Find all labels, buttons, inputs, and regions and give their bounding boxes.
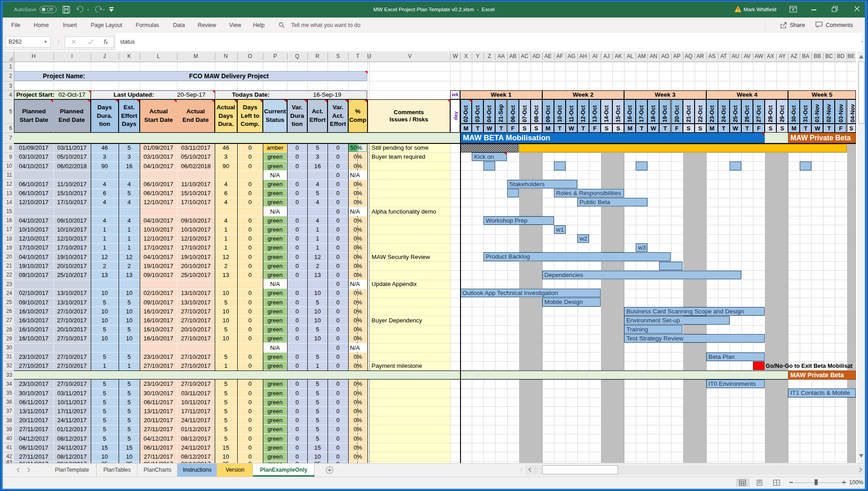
svg-text:!: ! bbox=[737, 7, 739, 12]
